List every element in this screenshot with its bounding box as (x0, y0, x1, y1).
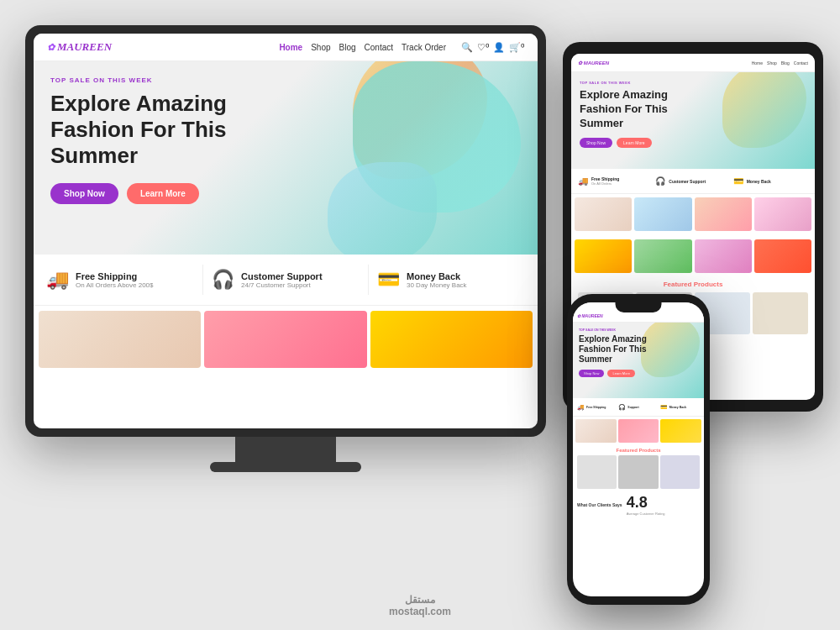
phone-cat-3[interactable] (660, 419, 701, 443)
tablet-support-text: Customer Support (669, 179, 706, 184)
desktop-categories (34, 306, 538, 373)
hero-title: Explore Amazing Fashion For This Summer (50, 91, 277, 170)
phone-cat-1[interactable] (575, 419, 617, 443)
money-back-text: Money Back 30 Day Money Back (407, 271, 467, 289)
tablet-shipping-text: Free Shipping On All Orders (591, 176, 619, 186)
shipping-icon: 🚚 (46, 269, 69, 291)
tablet-cat-1[interactable] (575, 197, 632, 231)
phone-rating-label: What Our Clients Says (577, 502, 622, 507)
logo-flower-icon: ✿ (47, 42, 55, 53)
watermark-arabic: مستقل (389, 594, 451, 606)
tablet-support-icon: 🎧 (655, 176, 665, 186)
wishlist-icon[interactable]: ♡⁰ (477, 42, 489, 53)
category-2[interactable] (204, 311, 366, 368)
user-icon[interactable]: 👤 (493, 42, 505, 53)
desktop-website: ✿ MAUREEN Home Shop Blog Contact Track O… (34, 34, 538, 428)
phone-learn-button[interactable]: Learn More (607, 370, 634, 377)
monitor-device: ✿ MAUREEN Home Shop Blog Contact Track O… (25, 25, 546, 512)
phone-product-2[interactable] (618, 455, 658, 489)
scene: ✿ MAUREEN Home Shop Blog Contact Track O… (0, 0, 840, 630)
phone-logo: ✿ MAUREEN (577, 313, 603, 318)
phone-hero: TOP SALE ON THIS WEEK Explore Amazing Fa… (573, 323, 704, 398)
tablet-cat-8[interactable] (754, 239, 811, 273)
phone-rating-left: What Our Clients Says (577, 502, 622, 507)
feature-free-shipping: 🚚 Free Shipping On All Orders Above 200$ (42, 265, 198, 295)
cart-icon[interactable]: 🛒⁰ (509, 42, 524, 53)
feature-divider-2 (368, 265, 369, 295)
money-back-icon: 💳 (377, 269, 400, 291)
phone-product-grid (577, 455, 700, 489)
tablet-cat-7[interactable] (695, 239, 752, 273)
money-back-subtitle: 30 Day Money Back (407, 281, 467, 289)
desktop-navbar: ✿ MAUREEN Home Shop Blog Contact Track O… (34, 34, 538, 61)
tablet-feature-shipping: 🚚 Free Shipping On All Orders (578, 176, 653, 186)
tablet-product-4[interactable] (753, 292, 808, 334)
category-1[interactable] (39, 311, 201, 368)
watermark: مستقل mostaql.com (389, 594, 451, 617)
tablet-learn-more-button[interactable]: Learn More (617, 138, 652, 148)
tablet-nav-home[interactable]: Home (752, 60, 763, 66)
phone-product-3[interactable] (660, 455, 700, 489)
hero-buttons: Shop Now Learn More (50, 183, 521, 204)
tablet-nav-contact[interactable]: Contact (794, 60, 808, 66)
learn-more-button[interactable]: Learn More (127, 183, 199, 204)
phone-screen: ✿ MAUREEN TOP SALE ON THIS WEEK Explore … (573, 302, 704, 596)
phone-rating-sub: Average Customer Rating (627, 512, 665, 516)
phone-rating-right: 4.8 Average Customer Rating (627, 494, 665, 516)
tablet-nav-blog[interactable]: Blog (781, 60, 790, 66)
shipping-text: Free Shipping On All Orders Above 200$ (76, 271, 154, 289)
phone-feature-shipping: 🚚 Free Shipping (577, 404, 617, 411)
nav-track-order[interactable]: Track Order (402, 43, 446, 52)
search-icon[interactable]: 🔍 (461, 42, 473, 53)
tablet-support-title: Customer Support (669, 179, 706, 184)
tablet-logo: ✿ MAUREEN (578, 60, 609, 66)
shop-now-button[interactable]: Shop Now (50, 183, 118, 204)
phone-frame: ✿ MAUREEN TOP SALE ON THIS WEEK Explore … (567, 294, 710, 605)
shipping-subtitle: On All Orders Above 200$ (76, 281, 154, 289)
tablet-hero-buttons: Shop Now Learn More (580, 138, 806, 148)
logo-text: MAUREEN (57, 40, 112, 54)
money-back-title: Money Back (407, 271, 467, 281)
tablet-featured-title: Featured Products (578, 281, 808, 288)
tablet-feature-support: 🎧 Customer Support (655, 176, 730, 186)
monitor-base (210, 462, 361, 472)
tablet-shop-now-button[interactable]: Shop Now (580, 138, 612, 148)
tablet-hero-title: Explore AmazingFashion For ThisSummer (580, 88, 806, 131)
desktop-logo: ✿ MAUREEN (47, 40, 112, 54)
tablet-nav-links: Home Shop Blog Contact (752, 60, 808, 66)
tablet-cat-3[interactable] (695, 197, 752, 231)
monitor-frame: ✿ MAUREEN Home Shop Blog Contact Track O… (25, 25, 546, 437)
monitor-screen: ✿ MAUREEN Home Shop Blog Contact Track O… (34, 34, 538, 428)
phone-product-1[interactable] (577, 455, 617, 489)
phone-website: ✿ MAUREEN TOP SALE ON THIS WEEK Explore … (573, 302, 704, 596)
nav-shop[interactable]: Shop (311, 43, 330, 52)
support-title: Customer Support (241, 271, 323, 281)
hero-content: TOP SALE ON THIS WEEK Explore Amazing Fa… (50, 76, 521, 204)
tablet-cat-4[interactable] (754, 197, 811, 231)
tablet-nav-shop[interactable]: Shop (767, 60, 777, 66)
nav-home[interactable]: Home (279, 43, 302, 52)
phone-rating-score: 4.8 (627, 494, 665, 512)
phone-shipping-text: Free Shipping (586, 406, 606, 409)
category-3[interactable] (370, 311, 533, 368)
nav-blog[interactable]: Blog (339, 43, 356, 52)
tablet-categories (571, 194, 815, 234)
watermark-latin: mostaql.com (389, 606, 451, 617)
phone-rating: What Our Clients Says 4.8 Average Custom… (573, 491, 704, 518)
tablet-feature-money: 💳 Money Back (733, 176, 808, 186)
phone-money-icon: 💳 (660, 404, 668, 411)
support-subtitle: 24/7 Customer Support (241, 281, 323, 289)
phone-shop-button[interactable]: Shop Now (579, 370, 604, 377)
nav-contact[interactable]: Contact (365, 43, 393, 52)
phone-notch (616, 302, 662, 312)
phone-featured: Featured Products (573, 445, 704, 491)
support-text: Customer Support 24/7 Customer Support (241, 271, 323, 289)
tablet-cat-6[interactable] (634, 239, 691, 273)
desktop-nav-icons: 🔍 ♡⁰ 👤 🛒⁰ (461, 42, 524, 53)
phone-cat-2[interactable] (618, 419, 659, 443)
phone-featured-title: Featured Products (577, 448, 700, 453)
tablet-cat-2[interactable] (634, 197, 691, 231)
phone-support-text: Support (627, 406, 638, 409)
monitor-stand (235, 437, 336, 462)
tablet-cat-5[interactable] (575, 239, 632, 273)
